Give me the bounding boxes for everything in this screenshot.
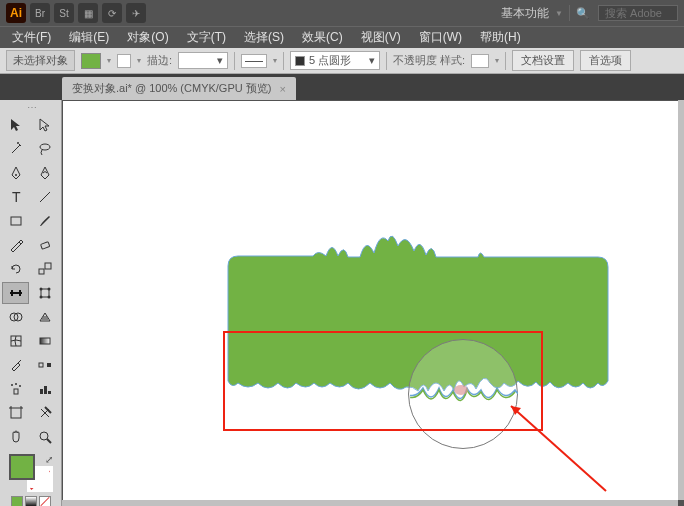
fill-dropdown-icon[interactable]: ▾ bbox=[107, 56, 111, 65]
menu-file[interactable]: 文件(F) bbox=[4, 27, 59, 48]
direct-selection-tool[interactable] bbox=[31, 114, 58, 136]
slice-tool[interactable] bbox=[31, 402, 58, 424]
perspective-grid-tool[interactable] bbox=[31, 306, 58, 328]
tab-bar: 变换对象.ai* @ 100% (CMYK/GPU 预览) × bbox=[0, 74, 684, 100]
color-mode-gradient[interactable] bbox=[25, 496, 37, 506]
svg-rect-27 bbox=[11, 408, 21, 418]
stroke-color-box[interactable] bbox=[117, 54, 131, 68]
selection-label: 未选择对象 bbox=[6, 50, 75, 71]
svg-rect-6 bbox=[40, 242, 49, 249]
menu-help[interactable]: 帮助(H) bbox=[472, 27, 529, 48]
menu-type[interactable]: 文字(T) bbox=[179, 27, 234, 48]
svg-point-11 bbox=[47, 288, 50, 291]
menu-select[interactable]: 选择(S) bbox=[236, 27, 292, 48]
symbol-sprayer-tool[interactable] bbox=[2, 378, 29, 400]
color-mode-none[interactable] bbox=[39, 496, 51, 506]
pen-tool[interactable] bbox=[2, 162, 29, 184]
hand-tool[interactable] bbox=[2, 426, 29, 448]
fill-swatch[interactable] bbox=[9, 454, 35, 480]
line-tool[interactable] bbox=[31, 186, 58, 208]
curvature-tool[interactable] bbox=[31, 162, 58, 184]
document-tab[interactable]: 变换对象.ai* @ 100% (CMYK/GPU 预览) × bbox=[62, 77, 296, 100]
br-icon[interactable]: Br bbox=[30, 3, 50, 23]
svg-point-2 bbox=[15, 174, 17, 176]
menubar: 文件(F) 编辑(E) 对象(O) 文字(T) 选择(S) 效果(C) 视图(V… bbox=[0, 26, 684, 48]
workspace-mode[interactable]: 基本功能 bbox=[501, 5, 549, 22]
zoom-tool[interactable] bbox=[31, 426, 58, 448]
width-tool[interactable] bbox=[2, 282, 29, 304]
svg-rect-9 bbox=[41, 289, 49, 297]
swap-fill-stroke-icon[interactable]: ⤢ bbox=[45, 454, 53, 465]
column-graph-tool[interactable] bbox=[31, 378, 58, 400]
svg-text:T: T bbox=[12, 189, 21, 205]
svg-rect-26 bbox=[48, 391, 51, 394]
svg-line-29 bbox=[47, 439, 51, 443]
svg-point-10 bbox=[39, 288, 42, 291]
blend-tool[interactable] bbox=[31, 354, 58, 376]
toolbox-grip[interactable] bbox=[2, 104, 59, 110]
svg-line-4 bbox=[40, 192, 50, 202]
svg-rect-5 bbox=[11, 217, 21, 225]
mesh-tool[interactable] bbox=[2, 330, 29, 352]
opacity-dropdown-icon[interactable]: ▾ bbox=[495, 56, 499, 65]
rectangle-tool[interactable] bbox=[2, 210, 29, 232]
eyedropper-tool[interactable] bbox=[2, 354, 29, 376]
doc-setup-button[interactable]: 文档设置 bbox=[512, 50, 574, 71]
free-transform-tool[interactable] bbox=[31, 282, 58, 304]
shape-builder-tool[interactable] bbox=[2, 306, 29, 328]
svg-rect-18 bbox=[39, 363, 43, 367]
search-input[interactable] bbox=[598, 5, 678, 21]
stroke-color-dropdown-icon[interactable]: ▾ bbox=[137, 56, 141, 65]
plane-icon[interactable]: ✈ bbox=[126, 3, 146, 23]
stroke-style-dropdown-icon[interactable]: ▾ bbox=[273, 56, 277, 65]
brush-dropdown[interactable]: 5 点圆形 ▾ bbox=[290, 51, 380, 70]
eraser-tool[interactable] bbox=[31, 234, 58, 256]
fill-stroke-controls[interactable]: ⤢ bbox=[9, 454, 53, 492]
menu-edit[interactable]: 编辑(E) bbox=[61, 27, 117, 48]
titlebar: Ai Br St ▦ ⟳ ✈ 基本功能 ▼ 🔍 bbox=[0, 0, 684, 26]
color-mode-row bbox=[2, 496, 59, 506]
svg-point-1 bbox=[40, 144, 50, 150]
lasso-tool[interactable] bbox=[31, 138, 58, 160]
close-icon[interactable]: × bbox=[279, 83, 285, 95]
type-tool[interactable]: T bbox=[2, 186, 29, 208]
chevron-down-icon[interactable]: ▼ bbox=[555, 9, 563, 18]
search-icon: 🔍 bbox=[576, 7, 590, 20]
fill-color-swatch[interactable] bbox=[81, 53, 101, 69]
menu-window[interactable]: 窗口(W) bbox=[411, 27, 470, 48]
scale-tool[interactable] bbox=[31, 258, 58, 280]
scrollbar-vertical[interactable] bbox=[678, 100, 684, 500]
gradient-tool[interactable] bbox=[31, 330, 58, 352]
scrollbar-horizontal[interactable] bbox=[62, 500, 678, 506]
svg-rect-24 bbox=[40, 389, 43, 394]
menu-view[interactable]: 视图(V) bbox=[353, 27, 409, 48]
magic-wand-tool[interactable] bbox=[2, 138, 29, 160]
color-mode-solid[interactable] bbox=[11, 496, 23, 506]
menu-effect[interactable]: 效果(C) bbox=[294, 27, 351, 48]
canvas[interactable] bbox=[63, 101, 678, 500]
paintbrush-tool[interactable] bbox=[31, 210, 58, 232]
svg-point-23 bbox=[19, 385, 21, 387]
preferences-button[interactable]: 首选项 bbox=[580, 50, 631, 71]
brush-preview-icon bbox=[295, 56, 305, 66]
layout-icon[interactable]: ▦ bbox=[78, 3, 98, 23]
rotate-tool[interactable] bbox=[2, 258, 29, 280]
toolbox: T ⤢ bbox=[0, 100, 62, 506]
highlight-box bbox=[223, 331, 543, 431]
svg-rect-8 bbox=[45, 263, 51, 269]
artboard-tool[interactable] bbox=[2, 402, 29, 424]
svg-point-13 bbox=[47, 296, 50, 299]
stroke-style-preview[interactable] bbox=[241, 54, 267, 68]
svg-rect-20 bbox=[14, 389, 18, 394]
menu-object[interactable]: 对象(O) bbox=[119, 27, 176, 48]
svg-point-0 bbox=[17, 142, 19, 144]
workspace bbox=[62, 100, 684, 506]
stroke-weight-input[interactable]: ▾ bbox=[178, 52, 228, 69]
svg-rect-17 bbox=[40, 338, 50, 344]
sync-icon[interactable]: ⟳ bbox=[102, 3, 122, 23]
opacity-box[interactable] bbox=[471, 54, 489, 68]
selection-tool[interactable] bbox=[2, 114, 29, 136]
svg-rect-7 bbox=[39, 269, 44, 274]
st-icon[interactable]: St bbox=[54, 3, 74, 23]
pencil-tool[interactable] bbox=[2, 234, 29, 256]
